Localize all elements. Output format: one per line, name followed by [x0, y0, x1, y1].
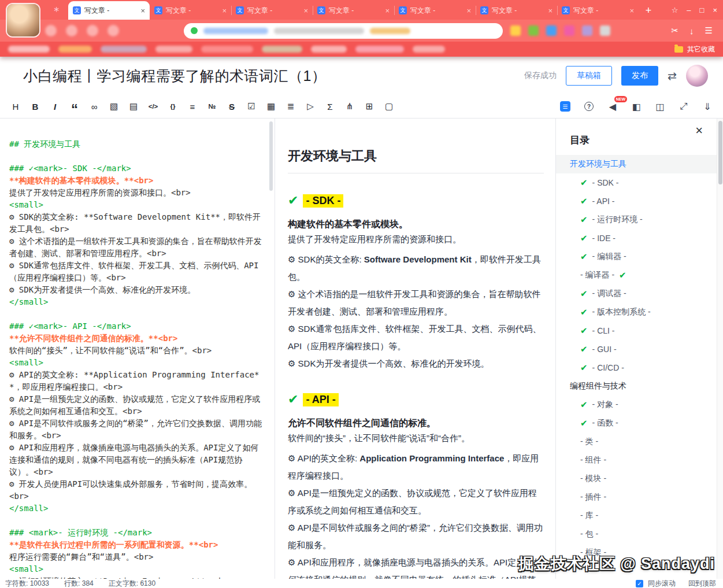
browser-tab[interactable]: 文写文章 -× [231, 1, 313, 20]
toc-item[interactable]: - 类 - [556, 432, 717, 451]
announcement-icon[interactable]: ◀NEW [603, 98, 622, 115]
page-scrollbar-thumb[interactable] [718, 121, 722, 184]
grid-more-icon[interactable]: ⊞ [359, 98, 379, 115]
browser-tabs: 文写文章 -×文写文章 -×文写文章 -×文写文章 -×文写文章 -×文写文章 … [68, 1, 639, 20]
editor-scrollbar[interactable] [269, 121, 273, 191]
back-to-top-button[interactable]: 回到顶部 [688, 579, 716, 588]
swap-icon[interactable]: ⇄ [668, 69, 677, 83]
toc-close-icon[interactable]: × [695, 124, 703, 137]
markdown-source-editor[interactable]: ## 开发环境与工具 ### ✓<mark>- SDK -</mark>**构建… [0, 119, 275, 579]
tab-close-icon[interactable]: × [629, 6, 634, 15]
toc-item[interactable]: - 组件 - [556, 451, 717, 469]
bold-icon[interactable]: B [25, 98, 45, 115]
toc-item[interactable]: ✔- API - [556, 192, 717, 210]
tab-close-icon[interactable]: × [466, 6, 471, 15]
toc-item[interactable]: - 插件 - [556, 488, 717, 506]
italic-icon[interactable]: I [45, 98, 65, 115]
tab-close-icon[interactable]: × [303, 6, 308, 15]
formula-icon[interactable]: Σ [320, 98, 340, 115]
fullscreen-icon[interactable]: ⤢ [674, 98, 694, 115]
align-icon[interactable]: ≣ [281, 98, 301, 115]
card-icon[interactable]: ▤ [124, 98, 143, 115]
toc-item[interactable]: - 包 - [556, 525, 717, 543]
numbered-list-icon[interactable]: № [202, 98, 222, 115]
tab-close-icon[interactable]: × [385, 6, 390, 15]
editor-line [9, 150, 264, 162]
toc-item[interactable]: - 库 - [556, 506, 717, 525]
toc-item-label: - 对象 - [592, 400, 618, 410]
strikethrough-icon[interactable]: S [222, 98, 242, 115]
toc-item[interactable]: ✔- 函数 - [556, 414, 717, 432]
user-avatar[interactable] [686, 65, 708, 87]
toc-list: 开发环境与工具✔- SDK -✔- API -✔- 运行时环境 -✔- IDE … [556, 155, 717, 562]
goods-icon[interactable]: ▢ [379, 98, 399, 115]
toc-item[interactable]: ✔- GUI - [556, 340, 717, 358]
heading-icon[interactable]: H [6, 98, 25, 115]
toc-item[interactable]: ✔- SDK - [556, 173, 717, 192]
browser-tab[interactable]: 文写文章 -× [476, 1, 557, 20]
editor-line: ## 开发环境与工具 [9, 138, 264, 150]
toc-item[interactable]: ✔- CI/CD - [556, 358, 717, 377]
new-tab-button[interactable]: + [641, 3, 656, 18]
export-icon[interactable]: ⇓ [698, 98, 717, 115]
link-icon[interactable]: ∞ [84, 98, 104, 115]
article-title-input[interactable]: 小白编程丨学习编程需要了解的术语词汇（1） [23, 66, 326, 86]
toc-item[interactable]: ✔- CLI - [556, 321, 717, 340]
tab-close-icon[interactable]: × [140, 6, 145, 15]
toc-item[interactable]: ✔- 编辑器 - [556, 247, 717, 266]
download-icon[interactable]: ↓ [689, 26, 694, 36]
decoration-icon: ＊ [51, 3, 62, 19]
video-icon[interactable]: ▷ [301, 98, 320, 115]
editor-line: ### ✓<mark>- SDK -</mark> [9, 162, 264, 175]
toc-item[interactable]: 编程组件与技术 [556, 377, 717, 395]
toc-item[interactable]: 开发环境与工具 [556, 155, 717, 173]
layout-sidebar-icon[interactable]: ◧ [626, 98, 646, 115]
tab-close-icon[interactable]: × [222, 6, 227, 15]
task-list-icon[interactable]: ☑ [242, 98, 261, 115]
browser-tab[interactable]: 文写文章 -× [394, 1, 476, 20]
toc-item[interactable]: - 编译器 -✔ [556, 266, 717, 284]
browser-tab[interactable]: 文写文章 -× [150, 1, 231, 20]
minimize-button[interactable]: – [687, 6, 691, 14]
preview-detail-line: ⚙ SDK的英文全称: Software Development Kit，即软件… [288, 251, 544, 286]
toc-item[interactable]: ✔- 版本控制系统 - [556, 303, 717, 321]
preview-heading3: ✔- SDK - [288, 193, 544, 208]
layout-columns-icon[interactable]: ◫ [650, 98, 670, 115]
tab-close-icon[interactable]: × [548, 6, 553, 15]
code-block-icon[interactable]: {} [163, 98, 183, 115]
blockquote-icon[interactable]: “ [65, 98, 84, 115]
menu-icon[interactable]: ☰ [705, 25, 713, 36]
browser-profile-avatar[interactable] [7, 4, 39, 36]
table-icon[interactable]: ▦ [261, 98, 281, 115]
page-scrollbar[interactable] [717, 119, 723, 579]
mindmap-icon[interactable]: ⋔ [340, 98, 359, 115]
browser-tab[interactable]: 文写文章 -× [557, 1, 639, 20]
other-bookmarks-folder[interactable]: 其它收藏 [674, 45, 715, 54]
outline-panel-icon[interactable]: ☰ [555, 98, 575, 115]
sync-scroll-checkbox[interactable]: ✓ [636, 580, 643, 587]
help-icon[interactable]: ? [579, 98, 599, 115]
pin-icon[interactable]: ☆ [672, 6, 678, 14]
toc-item[interactable]: - 模块 - [556, 469, 717, 488]
editor-line: ⚙ SDK的英文全称: **Software Development Kit**… [9, 211, 264, 235]
image-icon[interactable]: ▧ [104, 98, 124, 115]
toc-item-label: - API - [592, 197, 615, 206]
inline-code-icon[interactable]: </> [143, 98, 163, 115]
address-bar[interactable] [184, 23, 503, 39]
browser-tab[interactable]: 文写文章 -× [68, 1, 150, 20]
toc-item[interactable]: ✔- IDE - [556, 229, 717, 247]
browser-tab[interactable]: 文写文章 -× [313, 1, 394, 20]
preview-paragraph: 软件间的“接头”，让不同软件能“说话”和“合作”。 [288, 433, 544, 444]
editor-line: 提供了开发特定应用程序所需的资源和接口。<br> [9, 187, 264, 199]
toc-item[interactable]: ✔- 调试器 - [556, 284, 717, 303]
sync-scroll-label[interactable]: 同步滚动 [648, 579, 676, 588]
bulleted-list-icon[interactable]: ≡ [183, 98, 202, 115]
toc-item[interactable]: ✔- 对象 - [556, 395, 717, 414]
publish-button[interactable]: 发布 [621, 66, 658, 86]
toc-item[interactable]: ✔- 运行时环境 - [556, 210, 717, 229]
maximize-button[interactable]: □ [700, 6, 705, 14]
scissors-icon[interactable]: ✂ [671, 25, 678, 36]
draft-box-button[interactable]: 草稿箱 [566, 66, 612, 86]
close-button[interactable]: × [713, 6, 717, 14]
preview-paragraph: 提供了开发特定应用程序所需的资源和接口。 [288, 234, 544, 245]
